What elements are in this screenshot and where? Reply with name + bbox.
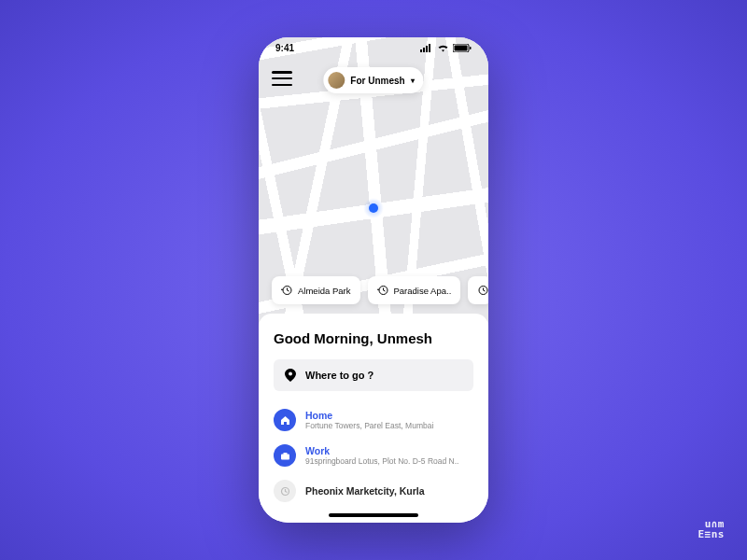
svg-rect-1 <box>423 48 425 52</box>
destination-title: Pheonix Marketcity, Kurla <box>305 485 425 497</box>
avatar <box>328 72 345 89</box>
destination-title: Home <box>305 410 433 421</box>
status-bar: 9:41 <box>259 37 488 58</box>
destination-title: Work <box>305 445 458 456</box>
profile-selector[interactable]: For Unmesh ▾ <box>323 67 423 93</box>
chevron-down-icon: ▾ <box>411 77 415 85</box>
history-icon <box>477 285 488 296</box>
destination-work[interactable]: Work 91springboard Lotus, Plot No. D-5 R… <box>274 438 473 473</box>
menu-button[interactable] <box>272 71 292 86</box>
svg-rect-0 <box>420 49 422 52</box>
svg-rect-11 <box>283 453 287 455</box>
svg-rect-3 <box>429 44 430 52</box>
search-placeholder: Where to go ? <box>305 370 374 381</box>
destination-subtitle: Fortune Towers, Parel East, Mumbai <box>305 421 433 430</box>
svg-rect-6 <box>470 47 472 49</box>
profile-label: For Unmesh <box>350 76 404 86</box>
recent-chip-paradise[interactable]: Paradise Apa.. <box>368 276 461 304</box>
status-time: 9:41 <box>275 43 294 53</box>
destination-pheonix[interactable]: Pheonix Marketcity, Kurla <box>274 473 473 509</box>
brand-watermark: u∩m E≡ns <box>698 519 726 539</box>
bottom-sheet: Good Morning, Unmesh Where to go ? Home … <box>259 314 488 523</box>
recent-chip-more[interactable] <box>468 276 488 304</box>
home-icon <box>274 409 296 431</box>
greeting-text: Good Morning, Unmesh <box>274 330 473 346</box>
battery-icon <box>453 44 472 52</box>
svg-rect-10 <box>281 454 289 459</box>
pin-icon <box>285 369 296 382</box>
destination-home[interactable]: Home Fortune Towers, Parel East, Mumbai <box>274 402 473 438</box>
recent-destinations-row: Almeida Park Paradise Apa.. <box>272 276 488 304</box>
phone-frame: 9:41 For Unmesh ▾ Almeida Park Paradise … <box>259 37 488 523</box>
briefcase-icon <box>274 444 296 467</box>
current-location-dot <box>369 203 378 213</box>
destination-text: Pheonix Marketcity, Kurla <box>305 485 425 497</box>
history-icon <box>377 285 388 296</box>
wifi-icon <box>437 44 449 52</box>
svg-rect-5 <box>455 45 468 50</box>
home-indicator[interactable] <box>329 513 418 517</box>
recent-chip-almeida[interactable]: Almeida Park <box>272 276 360 304</box>
status-indicators <box>420 44 472 52</box>
destination-text: Work 91springboard Lotus, Plot No. D-5 R… <box>305 445 458 466</box>
history-icon <box>274 480 296 502</box>
recent-label: Paradise Apa.. <box>394 286 452 296</box>
search-destination-input[interactable]: Where to go ? <box>274 359 473 391</box>
svg-rect-2 <box>426 46 428 52</box>
destination-subtitle: 91springboard Lotus, Plot No. D-5 Road N… <box>305 456 458 466</box>
destination-text: Home Fortune Towers, Parel East, Mumbai <box>305 410 433 430</box>
recent-label: Almeida Park <box>298 286 351 296</box>
history-icon <box>281 285 292 296</box>
signal-icon <box>420 44 433 52</box>
